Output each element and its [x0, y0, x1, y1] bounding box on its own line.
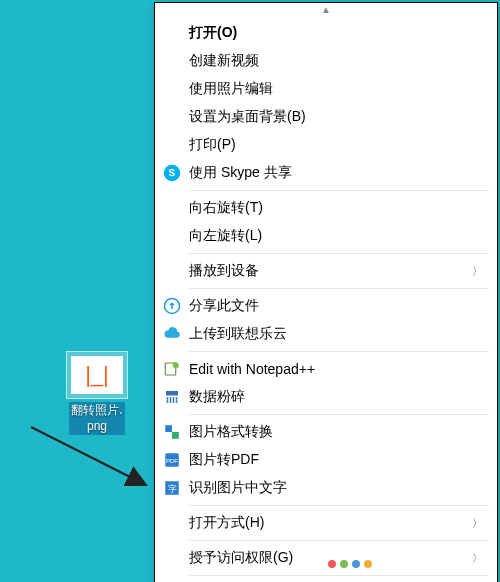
file-thumbnail: |_|	[67, 352, 127, 398]
watermark: 纯净系统之家	[328, 555, 490, 576]
watermark-dot-icon	[340, 560, 348, 568]
lenovo-cloud-icon	[163, 325, 181, 343]
menu-skype-share[interactable]: 使用 Skype 共享	[155, 159, 497, 187]
menu-separator	[189, 351, 489, 352]
menu-edit-photos[interactable]: 使用照片编辑	[155, 75, 497, 103]
menu-upload-lenovo-cloud[interactable]: 上传到联想乐云	[155, 320, 497, 348]
desktop-file-icon[interactable]: |_| 翻转照片.png	[60, 352, 134, 435]
submenu-arrow-icon: 〉	[472, 516, 483, 531]
image-pdf-icon: PDF	[163, 451, 181, 469]
share-icon	[163, 297, 181, 315]
notepadpp-icon	[163, 360, 181, 378]
menu-share-file[interactable]: 分享此文件	[155, 292, 497, 320]
menu-separator	[189, 414, 489, 415]
svg-text:字: 字	[168, 484, 177, 494]
menu-cast-to-device[interactable]: 播放到设备 〉	[155, 257, 497, 285]
menu-edit-notepadpp[interactable]: Edit with Notepad++	[155, 355, 497, 383]
menu-print[interactable]: 打印(P)	[155, 131, 497, 159]
svg-text:PDF: PDF	[166, 458, 178, 464]
menu-open[interactable]: 打开(O)	[155, 19, 497, 47]
menu-rotate-right[interactable]: 向右旋转(T)	[155, 194, 497, 222]
svg-point-4	[173, 362, 179, 368]
desktop: |_| 翻转照片.png ▲ 打开(O) 创建新视频 使用照片编辑 设置为桌面背…	[0, 0, 500, 582]
menu-image-to-pdf[interactable]: PDF 图片转PDF	[155, 446, 497, 474]
menu-separator	[189, 190, 489, 191]
file-glyph: |_|	[85, 362, 109, 388]
svg-rect-9	[176, 397, 178, 403]
svg-rect-7	[170, 397, 172, 403]
svg-rect-5	[166, 391, 178, 396]
svg-rect-11	[172, 432, 179, 439]
submenu-arrow-icon: 〉	[472, 264, 483, 279]
menu-image-convert[interactable]: 图片格式转换	[155, 418, 497, 446]
menu-separator	[189, 288, 489, 289]
menu-set-wallpaper[interactable]: 设置为桌面背景(B)	[155, 103, 497, 131]
watermark-text: 纯净系统之家	[382, 556, 490, 573]
menu-separator	[189, 505, 489, 506]
menu-rotate-left[interactable]: 向左旋转(L)	[155, 222, 497, 250]
svg-rect-6	[167, 397, 169, 403]
menu-separator	[189, 540, 489, 541]
svg-line-0	[31, 427, 144, 484]
svg-rect-10	[165, 425, 172, 432]
watermark-dot-icon	[328, 560, 336, 568]
file-label: 翻转照片.png	[69, 402, 124, 435]
image-convert-icon	[163, 423, 181, 441]
menu-create-video[interactable]: 创建新视频	[155, 47, 497, 75]
skype-icon	[163, 164, 181, 182]
ocr-icon: 字	[163, 479, 181, 497]
shred-icon	[163, 388, 181, 406]
context-menu: ▲ 打开(O) 创建新视频 使用照片编辑 设置为桌面背景(B) 打印(P) 使用…	[154, 2, 498, 582]
menu-scroll-up-icon[interactable]: ▲	[155, 5, 497, 19]
watermark-dot-icon	[364, 560, 372, 568]
menu-open-with[interactable]: 打开方式(H) 〉	[155, 509, 497, 537]
menu-ocr-chinese[interactable]: 字 识别图片中文字	[155, 474, 497, 502]
menu-data-shred[interactable]: 数据粉碎	[155, 383, 497, 411]
svg-rect-8	[173, 397, 175, 403]
watermark-dot-icon	[352, 560, 360, 568]
menu-separator	[189, 253, 489, 254]
